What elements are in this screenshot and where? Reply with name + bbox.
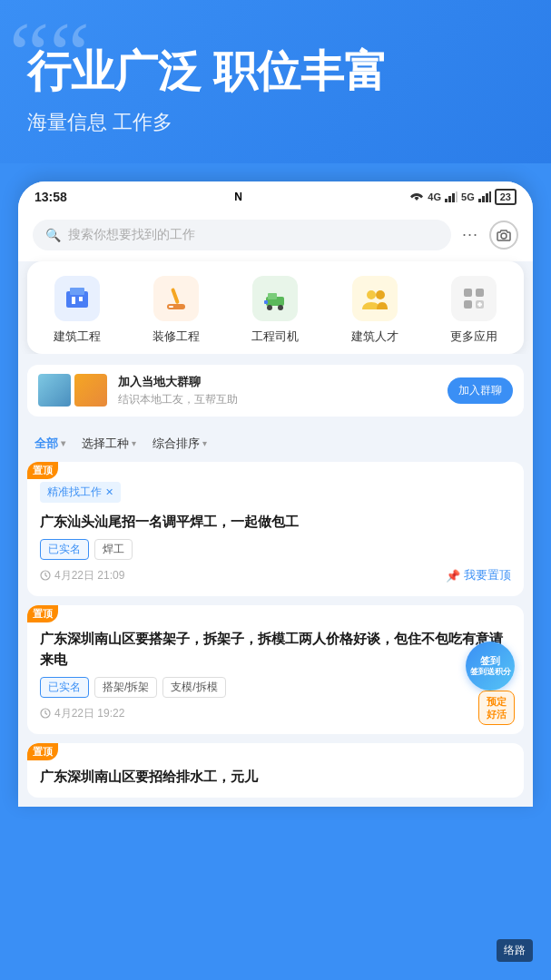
svg-rect-13 [171,288,180,304]
job-card-3[interactable]: 置顶 广东深圳南山区要招给排水工，元儿 [27,743,524,798]
watermark: 络路 [497,939,533,962]
search-icon: 🔍 [45,228,61,242]
category-label-construction: 建筑工程 [54,328,101,345]
svg-rect-25 [464,300,472,309]
top-tag-1: 置顶 [27,462,58,479]
category-grid: 建筑工程 装修工程 工程司机 建筑人才 更多应用 [27,261,524,354]
category-label-driver: 工程司机 [251,328,299,345]
job-title-1: 广东汕头汕尾招一名调平焊工，一起做包工 [40,508,511,533]
precision-label: 精准找工作 [47,485,102,500]
svg-rect-15 [169,306,173,308]
sign-badge[interactable]: 签到 签到送积分 [466,642,515,691]
clock-icon [40,570,51,581]
more-icon [451,276,497,321]
category-item-talent[interactable]: 建筑人才 [339,276,411,345]
job-footer-1: 4月22日 21:09 📌 我要置顶 [40,567,511,583]
job-card-1[interactable]: 置顶 精准找工作 ✕ 广东汕头汕尾招一名调平焊工，一起做包工 已实名 焊工 4月… [27,462,524,597]
search-bar: 🔍 搜索你想要找到的工作 ··· [18,212,533,261]
pin-button-1[interactable]: 📌 我要置顶 [446,567,511,583]
job-card-2[interactable]: 置顶 广东深圳南山区要搭架子，拆架子，拆模工两人价格好谈，包住不包吃有意请来电 … [27,605,524,734]
job-title-3: 广东深圳南山区要招给排水工，元儿 [40,763,511,788]
clock-icon-2 [40,708,51,719]
svg-rect-7 [489,191,491,202]
talent-icon [352,276,398,321]
chevron-down-icon-2: ▾ [132,438,136,448]
status-icons: 4G 5G 23 [409,189,517,205]
phone-mockup: 13:58 N 4G 5G 23 🔍 搜索你想要找到的工作 ··· [18,181,533,808]
filter-job-type[interactable]: 选择工种 ▾ [76,433,142,455]
verified-tag: 已实名 [40,539,89,560]
svg-point-18 [267,305,272,310]
svg-rect-1 [448,196,451,202]
community-subtitle: 结识本地工友，互帮互助 [118,392,438,407]
community-card: 加入当地大群聊 结识本地工友，互帮互助 加入群聊 [27,365,524,416]
job-list: 置顶 精准找工作 ✕ 广东汕头汕尾招一名调平焊工，一起做包工 已实名 焊工 4月… [18,462,533,799]
more-options-icon[interactable]: ··· [462,225,478,244]
close-icon[interactable]: ✕ [105,486,113,498]
svg-rect-3 [456,191,458,202]
job-title-2: 广东深圳南山区要搭架子，拆架子，拆模工两人价格好谈，包住不包吃有意请来电 [40,625,511,670]
avatar-1 [38,374,71,407]
svg-point-22 [376,290,385,299]
svg-point-21 [367,290,376,299]
nfc-icon: N [234,191,242,203]
svg-rect-17 [268,293,277,299]
top-tag-3: 置顶 [27,743,58,760]
svg-rect-12 [79,297,83,301]
category-label-decoration: 装修工程 [153,328,200,345]
avatar-group [38,374,109,407]
signal-4g: 4G [428,191,441,202]
search-placeholder: 搜索你想要找到的工作 [68,227,195,243]
svg-rect-24 [476,289,484,297]
svg-rect-23 [464,289,472,297]
svg-rect-20 [264,300,268,304]
skill-tag-scaffold: 搭架/拆架 [94,677,157,698]
chevron-down-icon: ▾ [61,438,65,448]
hero-subtitle: 海量信息 工作多 [27,109,524,136]
skill-tag-welder: 焊工 [94,539,133,560]
filter-sort[interactable]: 综合排序 ▾ [147,433,212,455]
svg-rect-0 [445,199,448,202]
join-group-button[interactable]: 加入群聊 [448,377,513,404]
job-footer-2: 4月22日 19:22 📌 我 [40,705,511,721]
job-tags-1: 已实名 焊工 [40,539,511,560]
pin-icon: 📌 [446,569,460,583]
job-time-2: 4月22日 19:22 [40,706,124,721]
pre-badge[interactable]: 预定 好活 [478,691,515,726]
camera-icon[interactable] [489,220,518,250]
skill-tag-formwork: 支模/拆模 [162,677,225,698]
status-time: 13:58 [34,190,67,204]
community-title: 加入当地大群聊 [118,374,438,390]
decoration-icon [153,276,199,321]
svg-rect-2 [452,193,455,202]
signal-bars2-icon [478,191,491,202]
precision-tag[interactable]: 精准找工作 ✕ [40,482,121,503]
category-label-talent: 建筑人才 [351,328,398,345]
category-item-more[interactable]: 更多应用 [438,276,510,345]
verified-tag-2: 已实名 [40,677,89,698]
hero-section: 行业广泛 职位丰富 海量信息 工作多 [0,0,551,163]
community-text: 加入当地大群聊 结识本地工友，互帮互助 [118,374,438,407]
job-tags-2: 已实名 搭架/拆架 支模/拆模 [40,677,511,698]
avatar-2 [74,374,107,407]
svg-rect-6 [486,193,488,202]
svg-point-8 [501,233,507,239]
category-item-construction[interactable]: 建筑工程 [41,276,113,345]
svg-rect-11 [72,297,75,304]
job-time-1: 4月22日 21:09 [40,568,124,583]
category-label-more: 更多应用 [450,328,497,345]
hero-title: 行业广泛 职位丰富 [27,45,524,98]
filter-row: 全部 ▾ 选择工种 ▾ 综合排序 ▾ [18,426,533,462]
svg-point-19 [278,305,283,310]
top-tag-2: 置顶 [27,605,58,622]
driver-icon [252,276,298,321]
wifi-icon [409,191,424,203]
category-item-decoration[interactable]: 装修工程 [140,276,212,345]
signal-5g: 5G [461,191,475,202]
svg-rect-5 [482,196,485,202]
construction-icon [54,276,100,321]
search-input[interactable]: 🔍 搜索你想要找到的工作 [33,220,451,250]
signal-bars-icon [445,191,458,202]
category-item-driver[interactable]: 工程司机 [239,276,311,345]
filter-all[interactable]: 全部 ▾ [29,433,71,455]
